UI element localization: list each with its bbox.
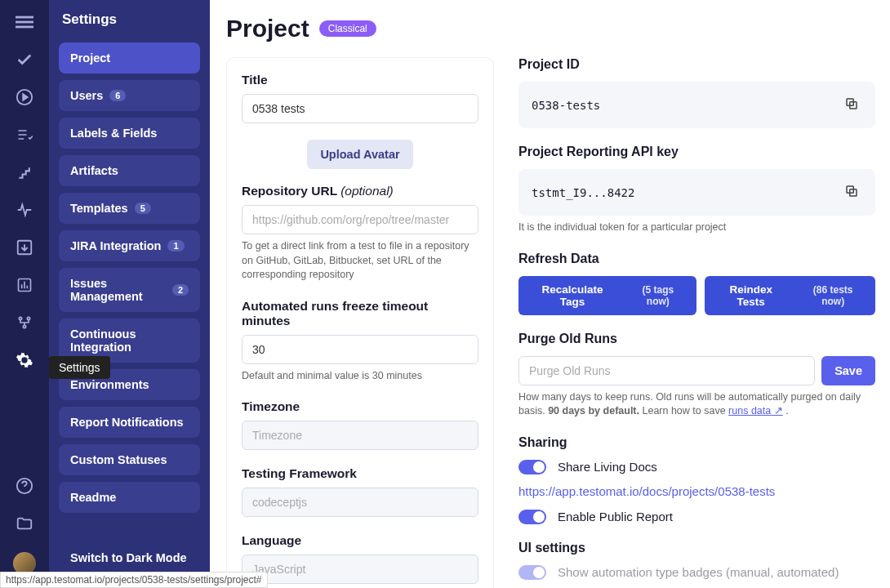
title-label: Title: [242, 73, 478, 87]
badges-toggle[interactable]: [518, 565, 546, 580]
sidebar-item-artifacts[interactable]: Artifacts: [59, 155, 200, 186]
status-bar-url: https://app.testomat.io/projects/0538-te…: [0, 572, 268, 588]
purge-label: Purge Old Runs: [518, 332, 875, 346]
language-input: [242, 555, 478, 584]
sharing-label: Sharing: [518, 435, 875, 450]
repo-help: To get a direct link from a test to file…: [242, 239, 478, 283]
sidebar-item-label: Issues Management: [70, 277, 166, 303]
repo-input[interactable]: [242, 205, 478, 234]
sidebar-title: Settings: [59, 11, 200, 28]
framework-input: [242, 488, 478, 517]
framework-label: Testing Framework: [242, 466, 478, 481]
badge: 2: [172, 284, 189, 296]
copy-icon: [844, 96, 859, 111]
copy-project-id-button[interactable]: [841, 93, 862, 117]
upload-avatar-button[interactable]: Upload Avatar: [307, 140, 412, 169]
sidebar-item-templates[interactable]: Templates5: [59, 193, 200, 224]
save-button[interactable]: Save: [821, 356, 875, 385]
copy-api-key-button[interactable]: [841, 180, 862, 204]
sidebar-item-issues[interactable]: Issues Management2: [59, 268, 200, 312]
sidebar-item-label: Environments: [70, 378, 149, 391]
svg-point-8: [23, 325, 25, 327]
reindex-button[interactable]: Reindex Tests (86 tests now): [705, 276, 875, 315]
share-docs-toggle[interactable]: [518, 460, 546, 474]
freeze-input[interactable]: [242, 335, 478, 364]
settings-sidebar: Settings Project Users6 Labels & Fields …: [49, 0, 210, 588]
project-id-box: 0538-tests: [518, 82, 875, 128]
api-key-help: It is the individual token for a particu…: [518, 220, 875, 235]
timezone-input[interactable]: [242, 421, 478, 450]
project-form: Title Upload Avatar Repository URL (opti…: [226, 57, 494, 588]
public-report-label: Enable Public Report: [558, 510, 673, 523]
language-label: Language: [242, 533, 478, 548]
list-check-icon[interactable]: [16, 126, 33, 144]
page-title: Project: [226, 15, 309, 42]
check-icon[interactable]: [16, 51, 33, 69]
api-key-box: tstmt_I9...8422: [518, 169, 875, 216]
svg-point-7: [27, 317, 29, 319]
copy-icon: [844, 184, 859, 198]
badge: 6: [109, 90, 126, 101]
pulse-icon[interactable]: [16, 201, 33, 219]
freeze-label: Automated runs freeze timeout minutes: [242, 299, 478, 328]
recalc-button[interactable]: Recalculate Tags (5 tags now): [518, 276, 696, 315]
help-icon[interactable]: [16, 477, 33, 495]
dashboard-icon[interactable]: [16, 276, 33, 294]
badges-label: Show automation type badges (manual, aut…: [558, 565, 839, 579]
dark-mode-label: Switch to Dark Mode: [70, 551, 187, 564]
timezone-label: Timezone: [242, 399, 478, 414]
main-content: Project Classical Title Upload Avatar Re…: [210, 0, 890, 588]
project-tag: Classical: [319, 20, 376, 37]
tooltip: Settings: [49, 356, 110, 379]
refresh-label: Refresh Data: [518, 252, 875, 266]
svg-rect-1: [16, 21, 33, 24]
badge: 5: [135, 203, 151, 214]
sidebar-item-label: Labels & Fields: [70, 127, 157, 140]
api-key-value: tstmt_I9...8422: [532, 186, 634, 199]
sidebar-item-labels[interactable]: Labels & Fields: [59, 118, 200, 149]
stairs-icon[interactable]: [16, 163, 33, 181]
share-docs-label: Share Living Docs: [558, 460, 657, 474]
runs-data-link[interactable]: runs data ↗: [728, 405, 783, 416]
share-url-link[interactable]: https://app.testomat.io/docs/projects/05…: [518, 484, 775, 498]
ui-settings-label: UI settings: [518, 541, 875, 555]
branch-icon[interactable]: [16, 314, 33, 332]
sidebar-item-readme[interactable]: Readme: [59, 482, 200, 513]
hamburger-icon[interactable]: [16, 13, 33, 31]
project-id-value: 0538-tests: [532, 99, 600, 112]
sidebar-item-users[interactable]: Users6: [59, 80, 200, 111]
sidebar-item-label: Custom Statuses: [70, 453, 167, 466]
svg-rect-0: [16, 16, 33, 19]
dark-mode-toggle[interactable]: Switch to Dark Mode: [59, 542, 200, 573]
freeze-help: Default and minimal value is 30 minutes: [242, 369, 478, 384]
badge: 1: [167, 240, 184, 252]
icon-rail: Settings: [0, 0, 49, 588]
sidebar-item-label: Report Notifications: [70, 416, 184, 429]
sidebar-item-label: Continuous Integration: [70, 327, 189, 354]
purge-input[interactable]: [518, 356, 815, 385]
sidebar-item-label: Users: [70, 89, 103, 102]
public-report-toggle[interactable]: [518, 510, 546, 524]
sidebar-item-notif[interactable]: Report Notifications: [59, 407, 200, 438]
folder-icon[interactable]: [16, 514, 33, 532]
gear-icon[interactable]: [16, 351, 33, 369]
api-key-label: Project Reporting API key: [518, 145, 875, 159]
sidebar-item-project[interactable]: Project: [59, 42, 200, 74]
import-icon[interactable]: [16, 238, 33, 256]
sidebar-item-label: Artifacts: [70, 164, 118, 177]
sidebar-item-label: Templates: [70, 202, 128, 215]
project-id-label: Project ID: [518, 57, 875, 72]
sidebar-item-label: Readme: [70, 491, 116, 504]
play-circle-icon[interactable]: [16, 88, 33, 106]
sidebar-item-label: Project: [70, 51, 110, 65]
title-input[interactable]: [242, 94, 478, 123]
sidebar-item-statuses[interactable]: Custom Statuses: [59, 444, 200, 475]
sidebar-item-jira[interactable]: JIRA Integration1: [59, 230, 200, 261]
purge-help: How many days to keep runs. Old runs wil…: [518, 390, 875, 419]
svg-point-6: [19, 317, 21, 319]
svg-rect-2: [16, 26, 33, 29]
repo-label: Repository URL (optional): [242, 184, 478, 198]
sidebar-item-label: JIRA Integration: [70, 239, 161, 252]
